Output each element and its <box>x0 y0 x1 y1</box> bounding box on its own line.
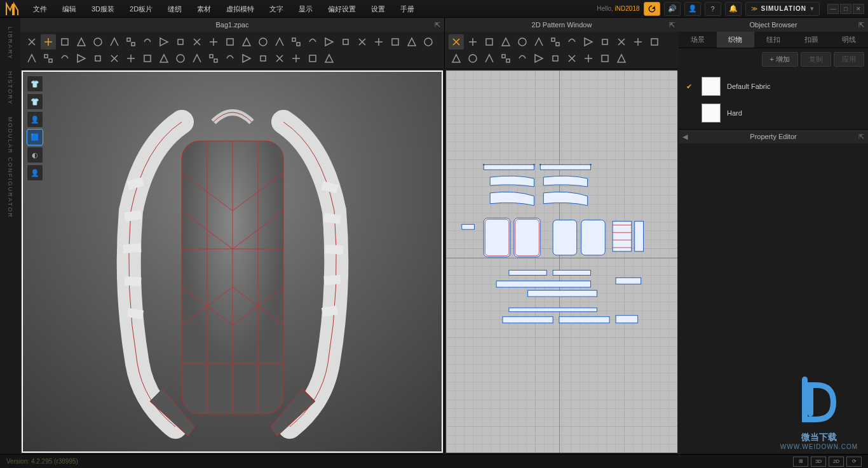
tb3d-tool-25[interactable] <box>24 51 39 66</box>
tb3d-tool-0[interactable] <box>24 34 39 50</box>
tb2d-tool-11[interactable] <box>630 34 646 50</box>
popout-icon[interactable]: ⇱ <box>858 133 864 141</box>
menu-缝纫[interactable]: 缝纫 <box>160 0 189 18</box>
tb3d-tool-9[interactable] <box>173 34 188 50</box>
notification-icon[interactable]: 🔔 <box>725 2 742 16</box>
tb2d-tool-17[interactable] <box>515 51 530 66</box>
status-view-1[interactable]: 3D <box>811 457 826 467</box>
tb2d-tool-14[interactable] <box>465 51 480 66</box>
popout-icon[interactable]: ⇱ <box>435 21 440 29</box>
menu-偏好设置[interactable]: 偏好设置 <box>320 0 363 18</box>
tb3d-tool-17[interactable] <box>305 34 320 50</box>
menu-文字[interactable]: 文字 <box>262 0 291 18</box>
tb2d-tool-22[interactable] <box>597 51 613 66</box>
tb3d-tool-19[interactable] <box>338 34 353 50</box>
mode-selector[interactable]: ≫ SIMULATION ▾ <box>745 2 820 16</box>
tb2d-tool-12[interactable] <box>647 34 662 50</box>
tb3d-tool-14[interactable] <box>255 34 271 50</box>
tb2d-tool-4[interactable] <box>515 34 530 50</box>
tb3d-tool-37[interactable] <box>222 51 238 66</box>
menu-素材[interactable]: 素材 <box>189 0 219 18</box>
tb3d-tool-3[interactable] <box>74 34 89 50</box>
tb3d-tool-32[interactable] <box>140 51 155 66</box>
menu-2D板片[interactable]: 2D板片 <box>122 0 160 18</box>
tb3d-tool-22[interactable] <box>388 34 403 50</box>
close-button[interactable]: ✕ <box>853 4 864 14</box>
popout-icon[interactable]: ⇱ <box>858 21 864 29</box>
copy-button[interactable]: 复制 <box>801 52 831 67</box>
view-shirt-2[interactable]: 👕 <box>27 93 43 110</box>
apply-button[interactable]: 应用 <box>834 52 864 67</box>
tb3d-tool-11[interactable] <box>206 34 221 50</box>
tb2d-tool-3[interactable] <box>498 34 513 50</box>
tb3d-tool-16[interactable] <box>288 34 304 50</box>
menu-文件[interactable]: 文件 <box>25 0 55 18</box>
3d-viewport[interactable]: 👕 👕 👤 🟦 ◐ 👤 <box>22 70 443 453</box>
fabric-item-1[interactable]: Hard <box>684 100 863 126</box>
tb2d-tool-23[interactable] <box>614 51 629 66</box>
tb2d-tool-13[interactable] <box>449 51 464 66</box>
tb3d-tool-5[interactable] <box>107 34 122 50</box>
fabric-item-0[interactable]: ✔Default Fabric <box>684 73 863 100</box>
tb3d-tool-41[interactable] <box>288 51 304 66</box>
tb3d-tool-40[interactable] <box>272 51 287 66</box>
status-view-2[interactable]: 2D <box>829 457 844 467</box>
tb3d-tool-39[interactable] <box>255 51 271 66</box>
tb3d-tool-6[interactable] <box>123 34 139 50</box>
rail-modular configurator[interactable]: MODULAR CONFIGURATOR <box>7 117 13 218</box>
tb3d-tool-34[interactable] <box>173 51 188 66</box>
ob-tab-0[interactable]: 场景 <box>679 32 717 48</box>
user-icon[interactable]: 👤 <box>684 2 701 16</box>
tb3d-tool-4[interactable] <box>90 34 105 50</box>
tb3d-tool-23[interactable] <box>404 34 419 50</box>
rail-library[interactable]: LIBRARY <box>7 27 13 60</box>
tb3d-tool-24[interactable] <box>421 34 436 50</box>
view-shirt-1[interactable]: 👕 <box>27 76 43 92</box>
menu-虚拟模特[interactable]: 虚拟模特 <box>219 0 262 18</box>
tb2d-tool-7[interactable] <box>564 34 580 50</box>
add-button[interactable]: + 增加 <box>762 52 798 67</box>
tb2d-tool-15[interactable] <box>482 51 497 66</box>
tb3d-tool-12[interactable] <box>222 34 238 50</box>
view-shade[interactable]: ◐ <box>27 147 43 163</box>
tb3d-tool-31[interactable] <box>123 51 139 66</box>
tb3d-tool-43[interactable] <box>322 51 337 66</box>
tb3d-tool-29[interactable] <box>90 51 105 66</box>
tb3d-tool-28[interactable] <box>74 51 89 66</box>
ob-tab-2[interactable]: 纽扣 <box>754 32 792 48</box>
tb3d-tool-33[interactable] <box>156 51 172 66</box>
tb3d-tool-18[interactable] <box>322 34 337 50</box>
menu-3D服装[interactable]: 3D服装 <box>84 0 122 18</box>
tb3d-tool-2[interactable] <box>57 34 72 50</box>
tb3d-tool-1[interactable] <box>41 34 56 50</box>
tb2d-tool-20[interactable] <box>564 51 580 66</box>
tb3d-tool-8[interactable] <box>156 34 172 50</box>
tb2d-tool-9[interactable] <box>597 34 613 50</box>
tb3d-tool-15[interactable] <box>272 34 287 50</box>
tb2d-tool-0[interactable] <box>449 34 464 50</box>
view-avatar[interactable]: 👤 <box>27 111 43 128</box>
ob-tab-3[interactable]: 扣眼 <box>792 32 831 48</box>
tb3d-tool-26[interactable] <box>41 51 56 66</box>
2d-viewport[interactable] <box>446 70 677 453</box>
tb2d-tool-5[interactable] <box>531 34 546 50</box>
menu-显示[interactable]: 显示 <box>291 0 320 18</box>
tb3d-tool-27[interactable] <box>57 51 72 66</box>
tb3d-tool-42[interactable] <box>305 51 320 66</box>
rail-history[interactable]: HISTORY <box>7 71 13 105</box>
menu-设置[interactable]: 设置 <box>363 0 393 18</box>
prev-icon[interactable]: ◀ <box>682 133 688 141</box>
sound-icon[interactable]: 🔊 <box>664 2 681 16</box>
ob-tab-4[interactable]: 明线 <box>830 32 868 48</box>
popout-icon[interactable]: ⇱ <box>669 21 675 29</box>
tb3d-tool-21[interactable] <box>371 34 386 50</box>
status-view-3[interactable]: ⟳ <box>846 457 862 467</box>
tb2d-tool-2[interactable] <box>482 34 497 50</box>
tb3d-tool-35[interactable] <box>189 51 205 66</box>
tb2d-tool-1[interactable] <box>465 34 480 50</box>
minimize-button[interactable]: — <box>827 4 839 14</box>
menu-手册[interactable]: 手册 <box>393 0 422 18</box>
tb3d-tool-20[interactable] <box>355 34 370 50</box>
tb3d-tool-38[interactable] <box>239 51 254 66</box>
tb2d-tool-6[interactable] <box>548 34 563 50</box>
